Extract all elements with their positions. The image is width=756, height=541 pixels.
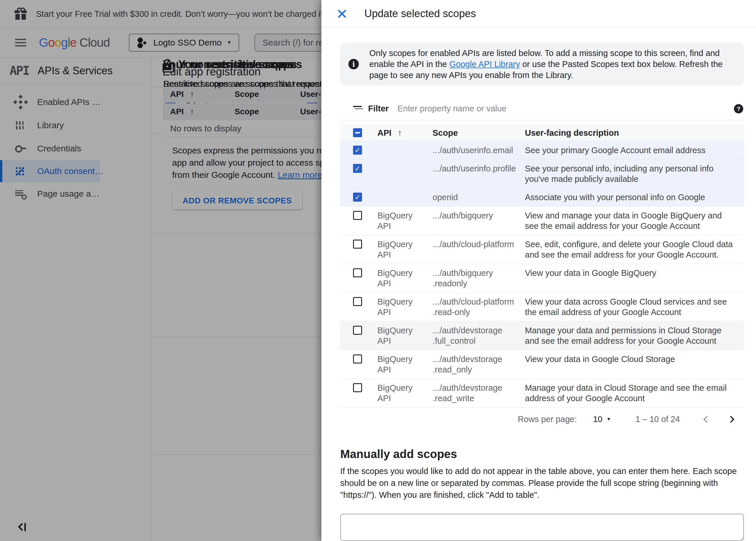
pagination-range: 1 – 10 of 24 [636,414,680,424]
scope-name: .../auth/bigquery [433,210,525,221]
scope-row: BigQuery API .../auth/bigquery View and … [340,207,744,235]
scope-api: BigQuery API [377,268,420,288]
filter-label: Filter [368,104,389,113]
scope-description: Manage your data and permissions in Clou… [525,325,737,346]
scope-row: BigQuery API .../auth/bigquery .readonly… [340,264,744,293]
scope-row: BigQuery API .../auth/devstorage .read_w… [340,379,744,407]
scope-checkbox[interactable] [353,193,362,202]
scope-api: BigQuery API [377,239,420,260]
rows-per-page-select[interactable]: 10▼ [593,414,611,424]
scope-description: View your data in Google BigQuery [525,268,737,278]
scope-table-header: API↑ Scope User-facing description [340,125,744,141]
scope-description: Manage your data in Cloud Storage and se… [525,383,737,403]
chevron-down-icon: ▼ [606,416,611,422]
scope-api: BigQuery API [377,325,420,346]
scope-row: BigQuery API .../auth/devstorage .read_o… [340,350,744,379]
info-text: Only scopes for enabled APIs are listed … [369,48,732,81]
scope-name: .../auth/userinfo.email [433,145,525,156]
info-banner: i Only scopes for enabled APIs are liste… [340,43,744,85]
google-api-library-link[interactable]: Google API Library [449,60,520,69]
scope-row: openid Associate you with your personal … [340,188,744,207]
scope-checkbox[interactable] [353,326,362,335]
rows-per-page-label: Rows per page: [518,414,577,424]
desc-column-header: User-facing description [525,128,738,138]
scope-api: BigQuery API [377,354,420,375]
scope-checkbox[interactable] [353,146,362,155]
scope-checkbox[interactable] [353,268,362,277]
sort-arrow-icon: ↑ [398,128,402,138]
scope-description: View your data across Google Cloud servi… [525,296,737,317]
scope-row: .../auth/userinfo.profile See your perso… [340,160,744,188]
manual-scopes-textarea[interactable] [340,514,744,541]
scope-row: BigQuery API .../auth/cloud-platform See… [340,235,744,264]
scope-description: Associate you with your personal info on… [525,192,737,203]
scope-checkbox[interactable] [353,354,362,363]
scope-api: BigQuery API [377,383,420,403]
panel-header: Update selected scopes [321,0,756,28]
scope-row: BigQuery API .../auth/cloud-platform .re… [340,293,744,321]
scope-description: See your primary Google Account email ad… [525,145,737,156]
scope-name: .../auth/devstorage .full_control [433,325,525,346]
scope-description: View your data in Google Cloud Storage [525,354,737,364]
help-icon[interactable]: ? [734,104,743,113]
scope-checkbox[interactable] [353,164,362,173]
scope-checkbox[interactable] [353,240,362,249]
scope-checkbox[interactable] [353,211,362,220]
filter-input[interactable] [397,104,734,113]
scope-row: .../auth/userinfo.email See your primary… [340,141,744,160]
update-scopes-panel: Update selected scopes i Only scopes for… [321,0,756,541]
previous-page-icon[interactable] [703,416,710,423]
panel-title: Update selected scopes [364,8,476,20]
scope-description: View and manage your data in Google BigQ… [525,210,737,231]
manually-add-scopes-heading: Manually add scopes [340,448,744,461]
next-page-icon[interactable] [727,416,734,423]
scope-api: BigQuery API [377,210,420,231]
scope-checkbox[interactable] [353,297,362,306]
scope-api: BigQuery API [377,296,420,317]
scope-name: .../auth/devstorage .read_write [433,383,525,403]
close-icon[interactable] [336,8,348,19]
select-all-checkbox[interactable] [353,128,362,137]
scope-checkbox[interactable] [353,383,362,392]
scope-row: BigQuery API .../auth/devstorage .full_c… [340,321,744,350]
api-column-header[interactable]: API↑ [377,128,433,138]
panel-body: i Only scopes for enabled APIs are liste… [340,28,744,541]
scope-name: .../auth/bigquery .readonly [433,268,525,288]
pagination: Rows per page: 10▼ 1 – 10 of 24 [340,407,744,431]
scope-description: See your personal info, including any pe… [525,163,737,184]
scope-description: See, edit, configure, and delete your Go… [525,239,737,260]
scope-name: openid [433,192,525,203]
info-icon: i [348,59,359,69]
filter-bar: Filter ? [340,97,744,120]
filter-icon [353,105,362,112]
scope-name: .../auth/cloud-platform .read-only [433,296,525,317]
scope-column-header: Scope [433,128,525,138]
manually-add-scopes-description: If the scopes you would like to add do n… [340,465,744,501]
scope-name: .../auth/cloud-platform [433,239,525,250]
scope-name: .../auth/userinfo.profile [433,163,525,174]
scope-name: .../auth/devstorage .read_only [433,354,525,375]
